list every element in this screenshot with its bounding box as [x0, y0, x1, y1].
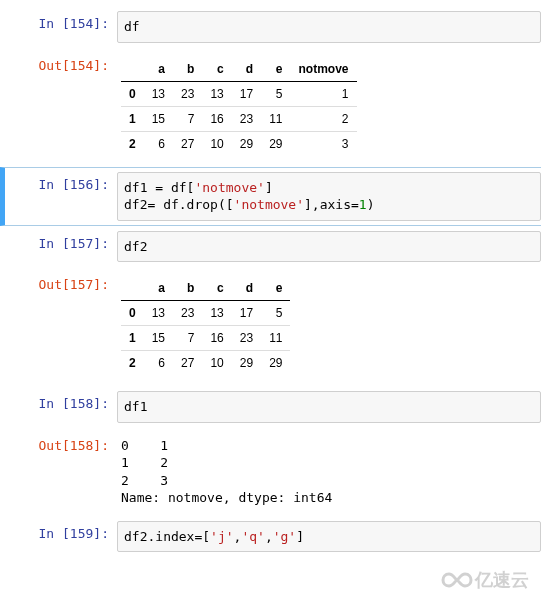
code-input[interactable]: df2.index=['j','q','g'] — [117, 521, 541, 553]
table-row: 2 6 27 10 29 29 — [121, 351, 290, 376]
row-index: 0 — [121, 301, 144, 326]
code-input[interactable]: df — [117, 11, 541, 43]
table-row: 1 15 7 16 23 11 — [121, 326, 290, 351]
cell-value: 3 — [290, 131, 356, 156]
col-header: b — [173, 57, 202, 82]
code-input[interactable]: df2 — [117, 231, 541, 263]
code-text: df2.index=[ — [124, 529, 210, 544]
cell-value: 27 — [173, 131, 202, 156]
cell-value: 17 — [232, 301, 261, 326]
cell-value: 17 — [232, 81, 261, 106]
in-prompt: In [158]: — [5, 391, 117, 413]
cell-value: 29 — [232, 131, 261, 156]
row-index: 1 — [121, 326, 144, 351]
cell-value: 7 — [173, 106, 202, 131]
col-header: notmove — [290, 57, 356, 82]
cell-value: 16 — [202, 326, 231, 351]
cell-value: 11 — [261, 106, 290, 131]
cell-value: 13 — [202, 301, 231, 326]
code-text: df1 = df[ — [124, 180, 194, 195]
table-row: 1 15 7 16 23 11 2 — [121, 106, 357, 131]
cell-value: 1 — [290, 81, 356, 106]
in-prompt: In [157]: — [5, 231, 117, 253]
table-row: 0 13 23 13 17 5 1 — [121, 81, 357, 106]
code-input[interactable]: df1 — [117, 391, 541, 423]
cell-content: df2.index=['j','q','g'] — [117, 521, 541, 553]
out-prompt: Out[154]: — [5, 53, 117, 75]
cell-value: 23 — [232, 326, 261, 351]
row-index: 2 — [121, 351, 144, 376]
cell-output: a b c d e 0 13 23 13 17 5 — [117, 272, 541, 381]
cell-content: df1 = df['notmove'] df2= df.drop(['notmo… — [117, 172, 541, 221]
row-index: 1 — [121, 106, 144, 131]
cell-content: df2 — [117, 231, 541, 263]
code-text: , — [265, 529, 273, 544]
col-header: c — [202, 57, 231, 82]
col-header: a — [144, 276, 173, 301]
cell-value: 7 — [173, 326, 202, 351]
cell-158-in: In [158]: df1 — [0, 386, 541, 428]
cell-content: df1 — [117, 391, 541, 423]
code-input[interactable]: df1 = df['notmove'] df2= df.drop(['notmo… — [117, 172, 541, 221]
in-prompt: In [154]: — [5, 11, 117, 33]
table-row: 0 13 23 13 17 5 — [121, 301, 290, 326]
code-string: 'g' — [273, 529, 296, 544]
cell-value: 23 — [173, 81, 202, 106]
code-text: ],axis= — [304, 197, 359, 212]
col-header: c — [202, 276, 231, 301]
code-number: 1 — [359, 197, 367, 212]
col-header: d — [232, 57, 261, 82]
code-text: ] — [296, 529, 304, 544]
col-header: d — [232, 276, 261, 301]
cell-value: 29 — [232, 351, 261, 376]
cell-157-out: Out[157]: a b c d e 0 13 — [0, 267, 541, 386]
cell-154-in: In [154]: df — [0, 6, 541, 48]
cell-value: 23 — [232, 106, 261, 131]
col-header: e — [261, 276, 290, 301]
cell-output: a b c d e notmove 0 13 23 13 17 — [117, 53, 541, 162]
out-prompt: Out[158]: — [5, 433, 117, 455]
notebook: In [154]: df Out[154]: a b c d e notmove — [0, 0, 541, 557]
cell-value: 29 — [261, 131, 290, 156]
table-row: 2 6 27 10 29 29 3 — [121, 131, 357, 156]
dataframe-table: a b c d e 0 13 23 13 17 5 — [121, 276, 290, 375]
cell-154-out: Out[154]: a b c d e notmove 0 — [0, 48, 541, 167]
cell-content: df — [117, 11, 541, 43]
code-string: 'notmove' — [194, 180, 264, 195]
cell-159-in: In [159]: df2.index=['j','q','g'] — [0, 516, 541, 558]
code-text: df2= df.drop([ — [124, 197, 234, 212]
cell-value: 15 — [144, 326, 173, 351]
code-text: ) — [367, 197, 375, 212]
cell-158-out: Out[158]: 0 1 1 2 2 3 Name: notmove, dty… — [0, 428, 541, 516]
col-header: a — [144, 57, 173, 82]
row-index: 2 — [121, 131, 144, 156]
out-prompt: Out[157]: — [5, 272, 117, 294]
dataframe-table: a b c d e notmove 0 13 23 13 17 — [121, 57, 357, 156]
cell-value: 29 — [261, 351, 290, 376]
cell-value: 2 — [290, 106, 356, 131]
in-prompt: In [156]: — [5, 172, 117, 194]
code-string: 'notmove' — [234, 197, 304, 212]
cell-value: 5 — [261, 81, 290, 106]
cell-value: 11 — [261, 326, 290, 351]
cell-value: 13 — [144, 301, 173, 326]
text-output: 0 1 1 2 2 3 Name: notmove, dtype: int64 — [117, 433, 541, 511]
cell-157-in: In [157]: df2 — [0, 226, 541, 268]
cell-value: 27 — [173, 351, 202, 376]
cell-value: 15 — [144, 106, 173, 131]
cell-value: 6 — [144, 351, 173, 376]
cell-value: 10 — [202, 131, 231, 156]
cell-value: 16 — [202, 106, 231, 131]
cell-output: 0 1 1 2 2 3 Name: notmove, dtype: int64 — [117, 433, 541, 511]
cell-156-in: In [156]: df1 = df['notmove'] df2= df.dr… — [0, 167, 541, 226]
in-prompt: In [159]: — [5, 521, 117, 543]
cell-value: 13 — [144, 81, 173, 106]
cell-value: 10 — [202, 351, 231, 376]
row-index: 0 — [121, 81, 144, 106]
cell-value: 23 — [173, 301, 202, 326]
cell-value: 5 — [261, 301, 290, 326]
col-header: e — [261, 57, 290, 82]
cell-value: 13 — [202, 81, 231, 106]
cell-value: 6 — [144, 131, 173, 156]
code-text: ] — [265, 180, 273, 195]
